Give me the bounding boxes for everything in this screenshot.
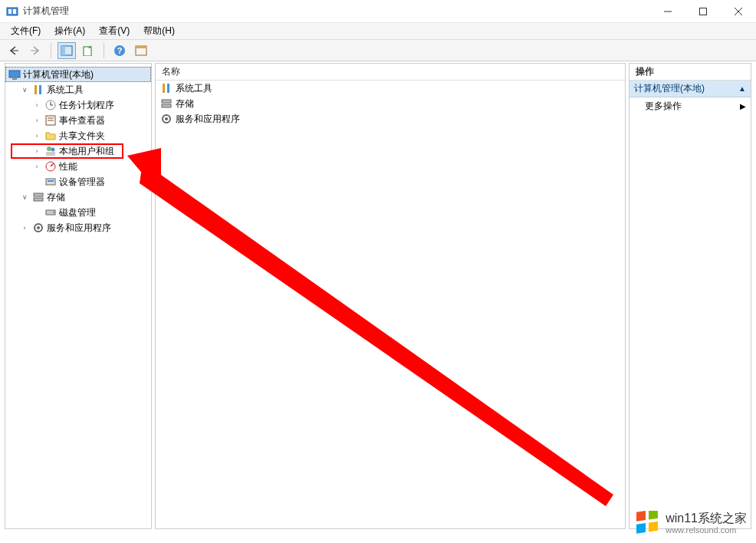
tree-local-users[interactable]: › 本地用户和组 (5, 143, 151, 159)
tree-label: 设备管理器 (59, 176, 105, 189)
maximize-button[interactable] (685, 0, 721, 23)
tools-icon (160, 82, 173, 94)
expander-closed-icon[interactable]: › (31, 146, 42, 156)
list-item[interactable]: 系统工具 (156, 81, 625, 96)
svg-rect-48 (649, 511, 658, 519)
show-hide-tree-button[interactable] (58, 42, 76, 59)
list-panel: 名称 系统工具 存储 服务和应用程序 (155, 63, 626, 529)
tree-task-scheduler[interactable]: › 任务计划程序 (5, 97, 151, 113)
svg-rect-16 (9, 71, 20, 77)
svg-rect-4 (700, 8, 707, 15)
minimize-button[interactable] (650, 0, 685, 23)
action-group-label: 计算机管理(本地) (634, 82, 705, 95)
tree-panel[interactable]: 计算机管理(本地) ∨ 系统工具 › 任务计划程序 › 事件查看器 › 共享文件… (5, 63, 152, 529)
menu-action[interactable]: 操作(A) (48, 23, 91, 39)
title-bar: 计算机管理 (0, 0, 756, 23)
tools-icon (32, 84, 44, 96)
svg-point-38 (37, 226, 40, 229)
expander-open-icon[interactable]: ∨ (19, 84, 30, 95)
export-button[interactable] (79, 42, 97, 59)
close-button[interactable] (721, 0, 756, 23)
expander-closed-icon[interactable]: › (31, 161, 42, 172)
collapse-icon[interactable]: ▲ (738, 84, 746, 93)
svg-rect-34 (34, 198, 43, 201)
watermark-title: win11系统之家 (666, 511, 747, 525)
tree-label: 磁盘管理 (59, 206, 96, 219)
svg-point-27 (51, 148, 55, 152)
main-area: 计算机管理(本地) ∨ 系统工具 › 任务计划程序 › 事件查看器 › 共享文件… (0, 61, 756, 531)
svg-text:?: ? (117, 46, 123, 55)
menu-file[interactable]: 文件(F) (5, 23, 47, 39)
svg-point-36 (53, 212, 54, 213)
svg-rect-15 (136, 46, 146, 48)
svg-rect-1 (8, 9, 12, 14)
expander-closed-icon[interactable]: › (31, 130, 42, 141)
tree-performance[interactable]: › 性能 (5, 159, 151, 174)
watermark: win11系统之家 www.relsound.com (635, 511, 747, 535)
tree-root[interactable]: 计算机管理(本地) (5, 67, 151, 82)
expander-closed-icon[interactable]: › (19, 222, 30, 233)
svg-rect-47 (636, 511, 646, 522)
tree-shared-folders[interactable]: › 共享文件夹 (5, 128, 151, 143)
tree-services-apps[interactable]: › 服务和应用程序 (5, 220, 151, 235)
svg-rect-50 (649, 522, 658, 532)
event-icon (44, 114, 57, 127)
action-more[interactable]: 更多操作 ▶ (629, 97, 751, 114)
list-item-label: 系统工具 (176, 82, 212, 95)
list-item[interactable]: 存储 (156, 96, 625, 111)
menu-view[interactable]: 查看(V) (93, 23, 136, 39)
tree-label: 共享文件夹 (59, 130, 105, 143)
svg-rect-17 (12, 78, 17, 80)
chevron-right-icon: ▶ (740, 102, 746, 110)
device-icon (44, 176, 57, 188)
clock-icon (44, 99, 57, 111)
help-button[interactable]: ? (110, 42, 129, 59)
expander-open-icon[interactable]: ∨ (19, 192, 30, 202)
svg-rect-32 (48, 180, 54, 182)
disk-icon (44, 206, 57, 219)
tree-label: 服务和应用程序 (47, 222, 111, 235)
window-controls (650, 0, 756, 23)
tree-system-tools[interactable]: ∨ 系统工具 (5, 82, 151, 97)
properties-button[interactable] (132, 42, 150, 59)
svg-rect-28 (46, 152, 55, 156)
action-panel-header: 操作 (629, 64, 751, 81)
menu-help[interactable]: 帮助(H) (137, 23, 181, 39)
tree-label: 事件查看器 (59, 114, 105, 127)
svg-rect-19 (39, 85, 41, 94)
back-button[interactable] (5, 42, 23, 59)
list-item[interactable]: 服务和应用程序 (156, 111, 625, 127)
tree-label: 存储 (47, 191, 65, 204)
tree-disk-mgmt[interactable]: › 磁盘管理 (5, 205, 151, 220)
tree-root-label: 计算机管理(本地) (23, 68, 94, 81)
tree-event-viewer[interactable]: › 事件查看器 (5, 113, 151, 128)
forward-button[interactable] (26, 42, 44, 59)
svg-point-44 (165, 117, 168, 120)
svg-rect-49 (636, 523, 646, 534)
svg-rect-40 (167, 84, 169, 93)
svg-rect-33 (34, 193, 43, 196)
performance-icon (44, 160, 57, 173)
action-group-header[interactable]: 计算机管理(本地) ▲ (629, 81, 751, 97)
svg-rect-11 (84, 47, 91, 56)
services-icon (32, 222, 44, 234)
tree-label: 系统工具 (47, 84, 84, 97)
storage-icon (32, 191, 44, 203)
computer-icon (8, 68, 21, 81)
action-panel: 操作 计算机管理(本地) ▲ 更多操作 ▶ (629, 63, 751, 529)
expander-closed-icon[interactable]: › (31, 115, 42, 126)
tree-storage[interactable]: ∨ 存储 (5, 189, 151, 205)
app-icon (6, 5, 18, 18)
services-icon (160, 113, 173, 125)
list-item-label: 服务和应用程序 (176, 113, 240, 126)
expander-closed-icon[interactable]: › (31, 100, 42, 110)
list-header-name[interactable]: 名称 (156, 64, 625, 81)
tree-device-manager[interactable]: › 设备管理器 (5, 174, 151, 189)
svg-point-26 (47, 146, 51, 151)
action-more-label: 更多操作 (645, 100, 682, 113)
watermark-url: www.relsound.com (666, 525, 747, 535)
tree-label: 性能 (59, 160, 77, 173)
toolbar: ? (0, 40, 756, 61)
list-item-label: 存储 (176, 97, 194, 110)
tree-label: 本地用户和组 (59, 145, 114, 158)
